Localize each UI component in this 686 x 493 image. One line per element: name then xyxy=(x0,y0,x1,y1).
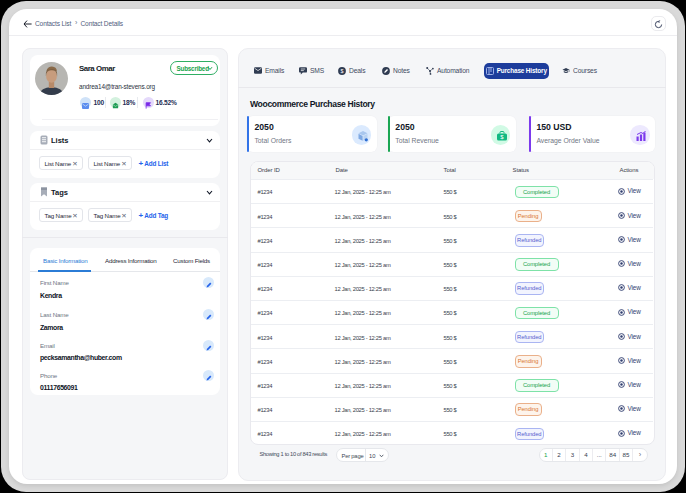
svg-text:$: $ xyxy=(341,68,344,74)
